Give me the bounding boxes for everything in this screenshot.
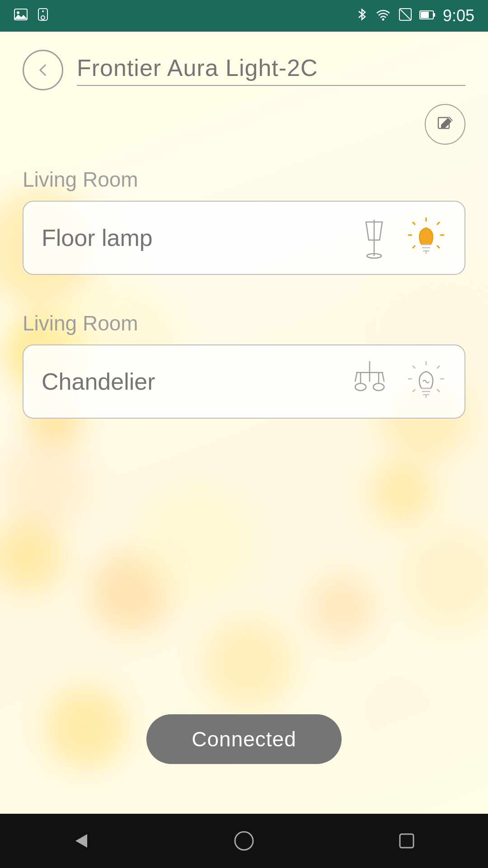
svg-line-35 [382,373,384,382]
svg-line-42 [413,389,415,392]
chandelier-card[interactable]: Chandelier [23,344,465,419]
svg-line-37 [437,366,440,368]
chandelier-name: Chandelier [42,368,155,395]
svg-point-32 [373,383,384,391]
svg-point-5 [382,18,384,20]
nav-recents-button[interactable] [395,830,418,852]
bulb-on-icon [406,215,446,260]
floor-lamp-name: Floor lamp [42,224,153,251]
chandelier-icon [347,359,392,404]
svg-point-48 [235,832,253,850]
image-icon [14,7,28,25]
floor-lamp-card[interactable]: Floor lamp [23,201,465,275]
svg-line-17 [437,222,440,225]
header: Frontier Aura Light-2C [0,32,488,99]
signal-icon [399,8,412,24]
svg-line-7 [400,9,410,19]
edit-button-container [0,99,488,154]
edit-button[interactable] [425,104,465,145]
svg-line-40 [413,366,415,368]
section-living-room-2: Living Room Chandelier [0,297,488,423]
speaker-icon [36,8,50,24]
svg-rect-49 [400,834,413,848]
section-living-room-1: Living Room Floor lamp [0,154,488,279]
svg-line-22 [413,245,415,248]
page-title-container: Frontier Aura Light-2C [77,54,465,86]
chandelier-icons [347,359,446,404]
battery-icon [419,9,436,23]
connected-label: Connected [192,727,296,751]
svg-point-30 [355,383,366,391]
nav-home-button[interactable] [233,830,255,852]
back-button[interactable] [23,50,63,90]
bluetooth-icon [356,8,368,24]
section-label-2: Living Room [23,311,465,335]
svg-point-3 [41,16,45,19]
svg-line-20 [413,222,415,225]
page-title: Frontier Aura Light-2C [77,55,318,81]
svg-point-1 [17,11,19,14]
bottom-nav [0,814,488,868]
svg-point-4 [42,10,44,12]
svg-rect-9 [433,13,435,17]
connected-container: Connected [0,423,488,836]
svg-marker-47 [75,834,87,848]
status-time: 9:05 [443,6,474,25]
svg-rect-10 [421,12,429,18]
svg-line-39 [437,389,440,392]
bulb-off-icon [406,359,446,404]
floor-lamp-icon [356,215,392,260]
wifi-icon [375,8,391,24]
status-bar: 9:05 [0,0,488,32]
svg-line-34 [355,373,357,382]
svg-line-19 [437,245,440,248]
connected-button[interactable]: Connected [146,714,342,764]
section-label-1: Living Room [23,167,465,192]
svg-rect-2 [38,9,47,20]
nav-back-button[interactable] [70,830,93,852]
floor-lamp-icons [356,215,446,260]
